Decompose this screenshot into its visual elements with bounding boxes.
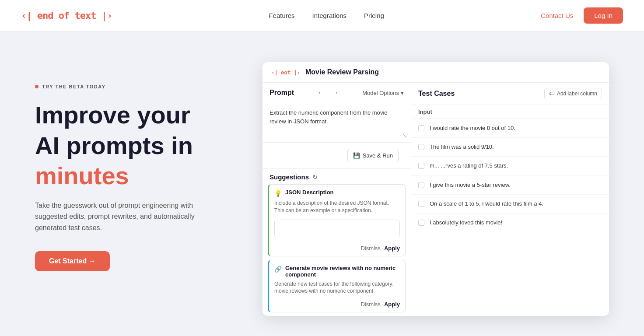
lightbulb-icon: 💡 [274, 190, 282, 197]
suggestion-card-json: 💡 JSON Description Include a description… [268, 184, 406, 256]
test-checkbox-5[interactable] [418, 201, 424, 207]
beta-text: TRY THE BETA TODAY [42, 84, 106, 89]
left-panel: Prompt ← → Model Options ▾ Extract the n… [262, 83, 411, 316]
navbar: ‹| end of text |› Features Integrations … [0, 0, 644, 32]
suggestion-generate-desc: Generate new test cases for the followin… [269, 280, 405, 299]
app-header: ‹| eot |› Movie Review Parsing [262, 62, 609, 83]
input-column-header: Input [411, 105, 609, 119]
suggestion-json-actions: Dismiss Apply [269, 242, 405, 256]
table-row: I would rate the movie 8 out of 10. [411, 119, 609, 138]
hero-title-accent: minutes [35, 162, 245, 189]
right-panel: Test Cases 🏷 Add label column Input I wo… [411, 83, 609, 316]
hero-section: TRY THE BETA TODAY Improve your AI promp… [0, 32, 644, 336]
save-icon: 💾 [353, 152, 360, 159]
model-options-button[interactable]: Model Options ▾ [362, 90, 404, 96]
prompt-text: Extract the numeric component from the m… [270, 108, 404, 126]
nav-link-integrations[interactable]: Integrations [312, 12, 346, 19]
logo[interactable]: ‹| end of text |› [21, 10, 112, 21]
save-run-button[interactable]: 💾 Save & Run [347, 149, 399, 162]
hero-subtitle: Take the guesswork out of prompt enginee… [35, 200, 219, 234]
add-label-text: Add label column [557, 91, 597, 97]
nav-link-pricing[interactable]: Pricing [364, 12, 384, 19]
suggestion-json-title: JSON Description [285, 189, 334, 196]
hero-title-line1: Improve your [35, 102, 245, 129]
suggestion-generate-dismiss[interactable]: Dismiss [360, 301, 381, 308]
test-text-6: I absolutely loved this movie! [430, 219, 502, 227]
nav-links: Features Integrations Pricing [269, 12, 384, 19]
suggestion-generate-apply[interactable]: Apply [384, 301, 400, 308]
table-row: The film was a solid 9/10. [411, 138, 609, 157]
suggestion-generate-actions: Dismiss Apply [269, 298, 405, 312]
app-logo-small: ‹| eot |› [271, 69, 300, 76]
test-text-3: m... ...rves a rating of 7.5 stars. [430, 162, 508, 170]
table-row: I give this movie a 5-star review. [411, 176, 609, 195]
suggestion-json-apply[interactable]: Apply [384, 245, 400, 252]
test-cases-header: Test Cases 🏷 Add label column [411, 83, 609, 105]
table-row: I absolutely loved this movie! [411, 214, 609, 232]
hero-title: Improve your AI prompts in minutes [35, 102, 245, 189]
suggestion-card-generate: 🔗 Generate movie reviews with no numeric… [268, 260, 406, 313]
app-body: Prompt ← → Model Options ▾ Extract the n… [262, 83, 609, 316]
table-row: On a scale of 1 to 5, I would rate this … [411, 195, 609, 214]
table-row: m... ...rves a rating of 7.5 stars. [411, 157, 609, 175]
link-icon: 🔗 [274, 266, 282, 273]
test-checkbox-4[interactable] [418, 182, 424, 188]
app-title: Movie Review Parsing [305, 68, 379, 76]
test-text-4: I give this movie a 5-star review. [430, 181, 511, 189]
nav-link-features[interactable]: Features [269, 12, 294, 19]
hero-title-line2: AI prompts in [35, 132, 245, 159]
expand-icon[interactable]: ⤡ [402, 132, 407, 139]
add-label-column-button[interactable]: 🏷 Add label column [544, 88, 602, 99]
suggestion-json-input[interactable] [274, 220, 400, 237]
suggestion-json-dismiss[interactable]: Dismiss [360, 245, 381, 252]
suggestions-header: Suggestions ↻ [262, 169, 411, 184]
prompt-nav: ← → [316, 88, 340, 98]
prev-prompt-button[interactable]: ← [316, 88, 326, 98]
prompt-label: Prompt [270, 89, 294, 97]
nav-right: Contact Us Log In [541, 7, 623, 24]
hero-left: TRY THE BETA TODAY Improve your AI promp… [35, 58, 245, 271]
prompt-header: Prompt ← → Model Options ▾ [262, 83, 411, 103]
suggestions-label: Suggestions [270, 173, 309, 181]
refresh-icon[interactable]: ↻ [312, 174, 318, 181]
get-started-button[interactable]: Get Started → [35, 251, 110, 271]
suggestion-generate-header: 🔗 Generate movie reviews with no numeric… [269, 260, 405, 280]
app-preview: ‹| eot |› Movie Review Parsing Prompt ← … [262, 62, 609, 316]
test-text-1: I would rate the movie 8 out of 10. [430, 124, 515, 132]
chevron-down-icon: ▾ [401, 90, 404, 96]
suggestion-json-header: 💡 JSON Description [269, 185, 405, 200]
contact-us-link[interactable]: Contact Us [541, 12, 573, 19]
save-run-label: Save & Run [363, 152, 393, 159]
tag-icon: 🏷 [549, 91, 554, 97]
model-options-label: Model Options [362, 90, 399, 96]
test-checkbox-2[interactable] [418, 144, 424, 150]
test-cases-label: Test Cases [418, 90, 455, 98]
suggestion-json-desc: Include a description of the desired JSO… [269, 200, 405, 218]
test-checkbox-1[interactable] [418, 125, 424, 131]
suggestion-generate-title: Generate movie reviews with no numeric c… [285, 265, 400, 278]
test-checkbox-3[interactable] [418, 163, 424, 169]
test-checkbox-6[interactable] [418, 220, 424, 226]
prompt-area: Extract the numeric component from the m… [262, 103, 411, 143]
beta-dot [35, 85, 38, 88]
beta-badge: TRY THE BETA TODAY [35, 84, 245, 89]
test-text-2: The film was a solid 9/10. [430, 143, 494, 151]
next-prompt-button[interactable]: → [330, 88, 340, 98]
login-button[interactable]: Log In [584, 7, 623, 24]
test-text-5: On a scale of 1 to 5, I would rate this … [430, 200, 543, 208]
